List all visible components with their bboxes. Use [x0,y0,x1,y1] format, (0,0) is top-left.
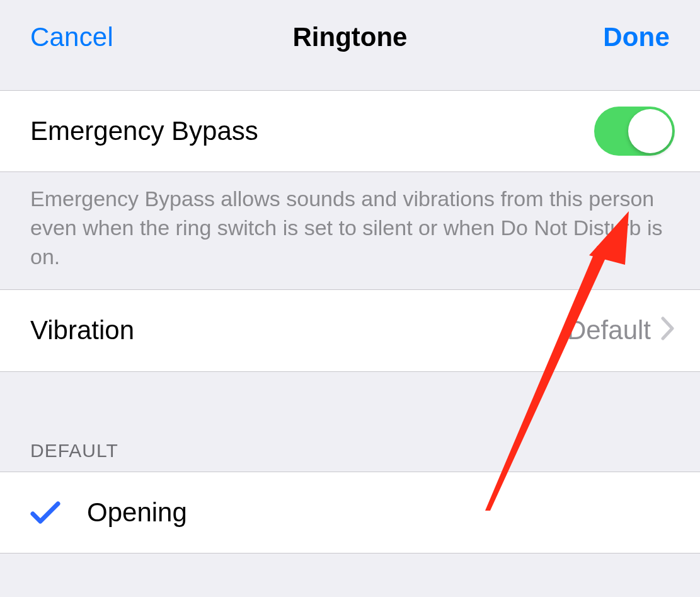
emergency-bypass-row[interactable]: Emergency Bypass [0,90,700,172]
cancel-button[interactable]: Cancel [30,22,113,52]
section-gap [0,372,700,391]
section-header-default: DEFAULT [0,391,700,472]
vibration-value: Default [567,315,651,345]
emergency-bypass-label: Emergency Bypass [30,116,594,146]
ringtone-label: Opening [87,497,187,528]
vibration-row[interactable]: Vibration Default [0,290,700,372]
emergency-bypass-toggle[interactable] [594,107,675,156]
chevron-right-icon [661,316,675,345]
checkmark-icon [30,500,87,525]
vibration-label: Vibration [30,315,567,345]
done-button[interactable]: Done [603,22,670,52]
emergency-bypass-description: Emergency Bypass allows sounds and vibra… [0,172,700,290]
nav-bar: Cancel Ringtone Done [0,0,700,90]
ringtone-row-opening[interactable]: Opening [0,472,700,554]
toggle-knob [628,109,672,153]
page-title: Ringtone [293,22,408,52]
